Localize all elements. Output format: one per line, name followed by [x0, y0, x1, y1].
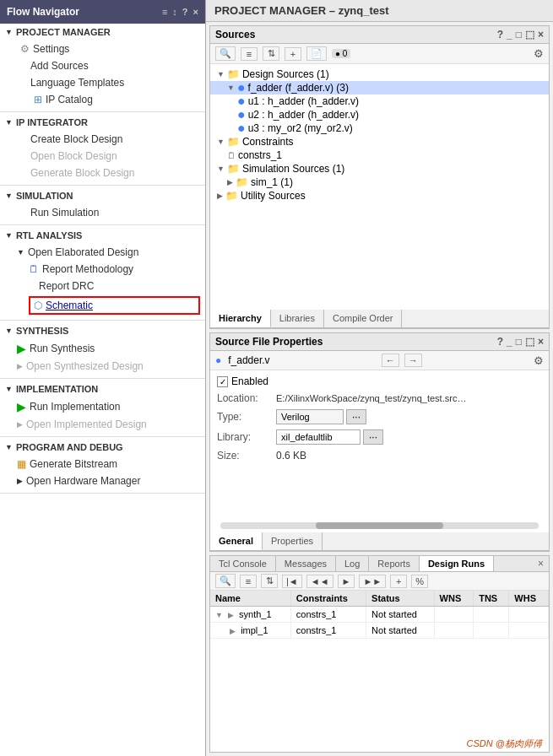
- rtl-analysis-header[interactable]: ▼ RTL ANALYSIS: [0, 227, 205, 244]
- sources-float-icon[interactable]: ⬚: [525, 29, 534, 40]
- tab-properties[interactable]: Properties: [263, 532, 323, 550]
- u3-my-or2-item[interactable]: ● u3 : my_or2 (my_or2.v): [210, 122, 549, 135]
- tab-reports[interactable]: Reports: [369, 556, 420, 571]
- library-browse-btn[interactable]: ···: [363, 429, 383, 445]
- project-manager-header[interactable]: ▼ PROJECT MANAGER: [0, 24, 205, 40]
- design-sources-item[interactable]: ▼ 📁 Design Sources (1): [210, 68, 549, 81]
- sort-icon[interactable]: ↕: [172, 7, 177, 17]
- location-label: Location:: [217, 392, 276, 404]
- simulation-header[interactable]: ▼ SIMULATION: [0, 187, 205, 204]
- expand-syn-icon: ▶: [17, 362, 23, 370]
- language-templates-item[interactable]: Language Templates: [0, 74, 205, 91]
- sources-header-right: ? _ □ ⬚ ×: [497, 29, 544, 40]
- create-block-design-item[interactable]: Create Block Design: [0, 131, 205, 148]
- run-synthesis-item[interactable]: ▶ Run Synthesis: [0, 339, 205, 358]
- open-elaborated-design-item[interactable]: ▼ Open Elaborated Design: [0, 244, 205, 261]
- table-row[interactable]: ▶ impl_1 constrs_1 Not started: [210, 623, 549, 639]
- f-adder-item[interactable]: ▼ ● f_adder (f_adder.v) (3): [210, 81, 549, 94]
- settings-item[interactable]: ⚙ Settings: [0, 40, 205, 57]
- open-hardware-manager-item[interactable]: ▶ Open Hardware Manager: [0, 472, 205, 489]
- expand-hw-icon: ▶: [17, 477, 23, 485]
- run-implementation-item[interactable]: ▶ Run Implementation: [0, 397, 205, 416]
- impl-wns-cell: [434, 623, 474, 639]
- blue-dot-u3-icon: ●: [237, 123, 246, 133]
- sources-sort-btn[interactable]: ≡: [241, 47, 258, 61]
- ip-integrator-header[interactable]: ▼ IP INTEGRATOR: [0, 114, 205, 131]
- folder-icon: 📁: [227, 68, 240, 80]
- props-help-icon[interactable]: ?: [497, 336, 503, 348]
- bt-sort-btn[interactable]: ≡: [240, 575, 257, 588]
- tab-hierarchy[interactable]: Hierarchy: [210, 310, 271, 327]
- program-debug-header[interactable]: ▼ PROGRAM AND DEBUG: [0, 439, 205, 456]
- bt-collapse-btn[interactable]: ⇅: [261, 574, 278, 588]
- tab-tcl-console[interactable]: Tcl Console: [210, 556, 276, 571]
- sources-close-icon[interactable]: ×: [538, 29, 544, 40]
- tab-compile-order[interactable]: Compile Order: [324, 310, 403, 327]
- bt-search-btn[interactable]: 🔍: [215, 574, 236, 588]
- type-browse-btn[interactable]: ···: [346, 409, 366, 424]
- tab-design-runs[interactable]: Design Runs: [420, 556, 494, 571]
- props-minimize-icon[interactable]: _: [507, 336, 512, 348]
- bt-next-btn[interactable]: ►►: [359, 575, 386, 588]
- impl-name-cell: ▶ impl_1: [210, 623, 290, 639]
- schematic-item[interactable]: ⬡ Schematic: [29, 296, 200, 315]
- sources-search-btn[interactable]: 🔍: [215, 46, 236, 61]
- run-simulation-item[interactable]: Run Simulation: [0, 204, 205, 221]
- close-icon[interactable]: ×: [193, 7, 198, 17]
- bt-play-btn[interactable]: ►: [338, 575, 355, 588]
- library-input[interactable]: [276, 429, 361, 445]
- collapse-icon[interactable]: ≡: [162, 7, 167, 17]
- add-sources-item[interactable]: Add Sources: [0, 57, 205, 74]
- play-green-impl-icon: ▶: [17, 400, 26, 413]
- implementation-header[interactable]: ▼ IMPLEMENTATION: [0, 381, 205, 397]
- props-forward-btn[interactable]: →: [404, 354, 422, 367]
- ip-catalog-item[interactable]: ⊞ IP Catalog: [0, 91, 205, 108]
- synth-whs-cell: [509, 607, 549, 623]
- sources-file-btn[interactable]: 📄: [306, 46, 327, 61]
- props-close-icon[interactable]: ×: [538, 336, 544, 348]
- props-gear-btn[interactable]: ⚙: [534, 354, 544, 367]
- enabled-checkbox[interactable]: ✓: [217, 376, 228, 387]
- sources-gear-btn[interactable]: ⚙: [534, 47, 544, 60]
- report-drc-item[interactable]: Report DRC: [0, 278, 205, 294]
- utility-sources-item[interactable]: ▶ 📁 Utility Sources: [210, 189, 549, 202]
- sources-panel: Sources ? _ □ ⬚ × 🔍 ≡ ⇅ + 📄 ● 0 ⚙ ▼: [209, 25, 550, 329]
- constraints-item[interactable]: ▼ 📁 Constraints: [210, 135, 549, 148]
- props-header: Source File Properties ? _ □ ⬚ ×: [210, 333, 549, 351]
- generate-bitstream-item[interactable]: ▦ Generate Bitstream: [0, 456, 205, 472]
- sim-1-item[interactable]: ▶ 📁 sim_1 (1): [210, 176, 549, 189]
- help-icon[interactable]: ?: [182, 7, 188, 17]
- sources-collapse-btn[interactable]: ⇅: [263, 46, 279, 61]
- sources-minimize-icon[interactable]: _: [507, 29, 512, 40]
- tab-messages[interactable]: Messages: [276, 556, 336, 571]
- rtl-arrow: ▼: [5, 231, 13, 240]
- tab-general[interactable]: General: [210, 532, 263, 550]
- props-hscrollbar[interactable]: [220, 522, 539, 529]
- constrs-1-item[interactable]: 🗒 constrs_1: [210, 148, 549, 162]
- sources-help-icon[interactable]: ?: [497, 29, 503, 40]
- simulation-sources-item[interactable]: ▼ 📁 Simulation Sources (1): [210, 162, 549, 176]
- bt-prev-btn[interactable]: ◄◄: [306, 575, 333, 588]
- tab-log[interactable]: Log: [336, 556, 369, 571]
- type-label: Type:: [217, 411, 276, 423]
- bottom-close-btn[interactable]: ×: [533, 557, 549, 570]
- type-input[interactable]: [276, 409, 344, 424]
- flow-navigator-header: Flow Navigator ≡ ↕ ? ×: [0, 0, 205, 24]
- report-methodology-item[interactable]: 🗒 Report Methodology: [0, 261, 205, 278]
- table-row[interactable]: ▼ ▶ synth_1 constrs_1 Not started: [210, 607, 549, 623]
- enabled-row: ✓ Enabled: [217, 375, 542, 387]
- u2-h-adder-item[interactable]: ● u2 : h_adder (h_adder.v): [210, 108, 549, 122]
- props-maximize-icon[interactable]: □: [516, 336, 522, 348]
- tab-libraries[interactable]: Libraries: [271, 310, 324, 327]
- bt-first-btn[interactable]: |◄: [282, 575, 302, 588]
- sources-add-btn[interactable]: +: [285, 47, 301, 61]
- program-debug-section: ▼ PROGRAM AND DEBUG ▦ Generate Bitstream…: [0, 439, 205, 494]
- bt-percent-btn[interactable]: %: [411, 575, 428, 588]
- sources-maximize-icon[interactable]: □: [516, 29, 522, 40]
- synthesis-header[interactable]: ▼ SYNTHESIS: [0, 322, 205, 339]
- props-float-icon[interactable]: ⬚: [525, 336, 534, 348]
- bt-add-btn[interactable]: +: [390, 575, 407, 588]
- u1-h-adder-item[interactable]: ● u1 : h_adder (h_adder.v): [210, 94, 549, 108]
- props-back-btn[interactable]: ←: [382, 354, 399, 367]
- bitstream-icon: ▦: [17, 458, 26, 470]
